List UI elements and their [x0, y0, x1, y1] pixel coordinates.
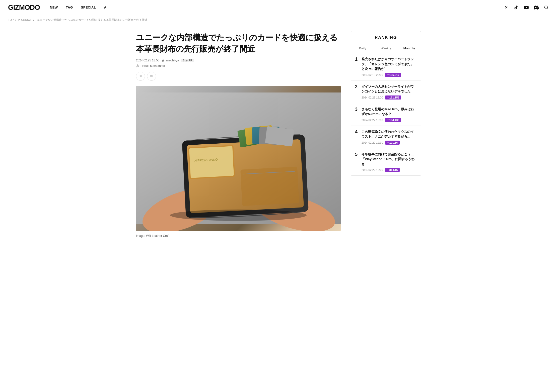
rank-badge-1: 136,617	[385, 73, 401, 77]
breadcrumb: TOP / PRODUCT / ユニークな内部構造でたっぷりのカードを快適に扱え…	[0, 15, 557, 25]
ranking-item-2[interactable]: 2 ダイソーの人感センサーライトがワンコインとは思えないデキでした 2024.0…	[351, 81, 421, 103]
youtube-icon[interactable]	[523, 5, 529, 10]
site-header: GIZMODO NEW TAG SPECIAL AI ✕	[0, 0, 557, 15]
discord-icon[interactable]	[533, 5, 539, 10]
author-name: Haruki Matsumoto	[141, 64, 165, 68]
rank-meta-2: 2024.02.25 19:00 171,159	[362, 95, 417, 100]
article-image: NIPPON GINKO	[136, 86, 341, 231]
rank-date-4: 2024.02.20 12:30	[362, 141, 383, 144]
svg-point-1	[137, 64, 138, 66]
nav-ai[interactable]: AI	[104, 6, 107, 9]
article-actions: ✕ •••	[136, 72, 341, 81]
svg-point-0	[544, 6, 547, 9]
more-options-button[interactable]: •••	[147, 72, 156, 81]
sidebar: RANKING Daily Weekly Monthly 1 発売されたばかりの…	[351, 25, 421, 251]
rank-badge-2: 171,159	[385, 95, 401, 100]
ranking-item-5[interactable]: 5 今年後半に向けてお金貯めとこう…「PlayStation 5 Pro」に関す…	[351, 148, 421, 176]
ranking-item-3[interactable]: 3 まもなく登場のiPad Pro、厚みはわずか5.0mmになる？ 2024.0…	[351, 103, 421, 126]
rank-badge-5: 81,616	[385, 168, 400, 172]
breadcrumb-product[interactable]: PRODUCT	[18, 18, 31, 21]
breadcrumb-sep-1: /	[15, 18, 17, 21]
header-icons: ✕	[503, 5, 549, 10]
main-nav: NEW TAG SPECIAL AI	[50, 6, 503, 9]
rank-date-2: 2024.02.25 19:00	[362, 96, 383, 99]
svg-point-17	[170, 210, 307, 221]
ranking-tabs: Daily Weekly Monthly	[351, 44, 421, 53]
rank-text-5: 今年後半に向けてお金貯めとこう…「PlayStation 5 Pro」に関するう…	[362, 152, 417, 167]
svg-rect-11	[265, 126, 294, 146]
rank-meta-5: 2024.02.22 12:00 81,616	[362, 168, 417, 172]
image-caption: Image: WR Leather Craft	[136, 234, 341, 238]
rank-date-3: 2024.02.22 13:00	[362, 119, 383, 122]
ranking-item-4[interactable]: 4 この研究論文に使われたマウスのイラスト、ナニがデカすぎるだろ… 2024.0…	[351, 126, 421, 148]
article-title: ユニークな内部構造でたっぷりのカードを快適に扱える本革長財布の先行販売が終了間近	[136, 32, 341, 55]
search-icon[interactable]	[543, 5, 549, 10]
rank-meta-4: 2024.02.20 12:30 10,166	[362, 141, 417, 145]
breadcrumb-top[interactable]: TOP	[8, 18, 14, 21]
rank-content-3: まもなく登場のiPad Pro、厚みはわずか5.0mmになる？ 2024.02.…	[362, 107, 417, 122]
rank-content-5: 今年後半に向けてお金貯めとこう…「PlayStation 5 Pro」に関するう…	[362, 152, 417, 172]
rank-text-4: この研究論文に使われたマウスのイラスト、ナニがデカすぎるだろ…	[362, 129, 417, 139]
article-date: 2024.02.25 18:55	[136, 59, 159, 62]
rank-badge-4: 10,166	[385, 141, 400, 145]
nav-special[interactable]: SPECIAL	[81, 6, 96, 9]
rank-date-5: 2024.02.22 12:00	[362, 168, 383, 171]
rank-content-4: この研究論文に使われたマウスのイラスト、ナニがデカすぎるだろ… 2024.02.…	[362, 129, 417, 145]
rank-content-2: ダイソーの人感センサーライトがワンコインとは思えないデキでした 2024.02.…	[362, 84, 417, 100]
rank-date-1: 2024.02.19 22:00	[362, 73, 383, 76]
author-icon	[136, 64, 140, 68]
rank-meta-3: 2024.02.22 13:00 104,430	[362, 118, 417, 122]
rank-meta-1: 2024.02.19 22:00 136,617	[362, 73, 417, 77]
rank-text-1: 発売されたばかりのサイバートラック、「オレンジ色のシミができた」と次々に報告が	[362, 57, 417, 71]
site-logo[interactable]: GIZMODO	[8, 4, 40, 12]
twitter-x-icon[interactable]: ✕	[503, 5, 509, 10]
article-brand: machi-ya	[161, 59, 179, 62]
brand-icon	[161, 59, 165, 62]
rank-number-4: 4	[355, 129, 359, 135]
nav-new[interactable]: NEW	[50, 6, 58, 9]
article-author: Haruki Matsumoto	[136, 64, 341, 68]
pr-badge: Buy PR	[181, 59, 194, 62]
tab-daily[interactable]: Daily	[351, 44, 374, 53]
twitter-share-button[interactable]: ✕	[136, 72, 145, 81]
rank-number-5: 5	[355, 152, 359, 157]
nav-tag[interactable]: TAG	[66, 6, 73, 9]
breadcrumb-current: ユニークな内部構造でたっぷりのカードを快適に扱える本革長財布の先行販売が終了間近	[37, 18, 147, 21]
wallet-illustration: NIPPON GINKO	[136, 86, 341, 231]
rank-text-3: まもなく登場のiPad Pro、厚みはわずか5.0mmになる？	[362, 107, 417, 117]
main-layout: ユニークな内部構造でたっぷりのカードを快適に扱える本革長財布の先行販売が終了間近…	[128, 25, 429, 251]
rank-content-1: 発売されたばかりのサイバートラック、「オレンジ色のシミができた」と次々に報告が …	[362, 57, 417, 77]
rank-number-3: 3	[355, 107, 359, 112]
article: ユニークな内部構造でたっぷりのカードを快適に扱える本革長財布の先行販売が終了間近…	[136, 25, 341, 251]
tab-weekly[interactable]: Weekly	[374, 44, 398, 53]
article-meta: 2024.02.25 18:55 machi-ya Buy PR	[136, 59, 341, 62]
rank-number-2: 2	[355, 84, 359, 90]
rank-number-1: 1	[355, 57, 359, 62]
tab-monthly[interactable]: Monthly	[397, 44, 421, 53]
rank-badge-3: 104,430	[385, 118, 401, 122]
breadcrumb-sep-2: /	[33, 18, 35, 21]
tiktok-icon[interactable]	[513, 5, 519, 10]
ranking-title: RANKING	[351, 31, 421, 44]
rank-text-2: ダイソーの人感センサーライトがワンコインとは思えないデキでした	[362, 84, 417, 94]
ranking-item-1[interactable]: 1 発売されたばかりのサイバートラック、「オレンジ色のシミができた」と次々に報告…	[351, 53, 421, 81]
ranking-box: RANKING Daily Weekly Monthly 1 発売されたばかりの…	[351, 31, 421, 176]
ranking-items: 1 発売されたばかりのサイバートラック、「オレンジ色のシミができた」と次々に報告…	[351, 53, 421, 175]
